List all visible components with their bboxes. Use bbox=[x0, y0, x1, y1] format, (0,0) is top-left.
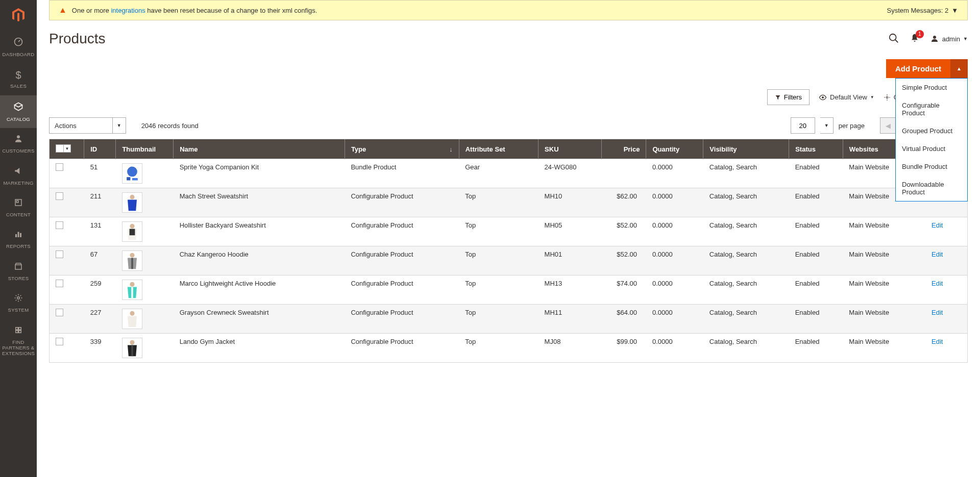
cell-visibility: Catalog, Search bbox=[703, 305, 789, 334]
edit-link[interactable]: Edit bbox=[932, 221, 943, 229]
admin-user-menu[interactable]: admin ▼ bbox=[930, 34, 968, 43]
menu-downloadable-product[interactable]: Downloadable Product bbox=[896, 175, 967, 201]
cell-name: Marco Lightweight Active Hoodie bbox=[174, 275, 345, 305]
col-type-label: Type bbox=[351, 145, 366, 153]
chevron-up-icon: ▲ bbox=[957, 66, 962, 71]
col-type[interactable]: Type↓ bbox=[345, 139, 459, 159]
col-id[interactable]: ID bbox=[84, 139, 116, 159]
megaphone-icon bbox=[14, 166, 23, 178]
table-row[interactable]: 259Marco Lightweight Active HoodieConfig… bbox=[50, 275, 967, 305]
sidebar-item-partners[interactable]: Find Partners & Extensions bbox=[0, 319, 37, 363]
eye-icon bbox=[819, 93, 827, 102]
default-view-button[interactable]: Default View ▼ bbox=[819, 93, 874, 102]
svg-point-20 bbox=[130, 195, 134, 199]
cell-id: 259 bbox=[84, 275, 116, 305]
col-vis-label: Visibility bbox=[709, 145, 737, 153]
col-attrset[interactable]: Attribute Set bbox=[459, 139, 538, 159]
menu-configurable-product[interactable]: Configurable Product bbox=[896, 96, 967, 122]
magento-logo[interactable] bbox=[0, 0, 37, 31]
cell-type: Configurable Product bbox=[345, 334, 459, 363]
cell-visibility: Catalog, Search bbox=[703, 275, 789, 305]
cell-action: Edit bbox=[925, 275, 967, 305]
cell-price: $62.00 bbox=[602, 188, 646, 217]
cell-type: Configurable Product bbox=[345, 305, 459, 334]
table-row[interactable]: 339Lando Gym JacketConfigurable ProductT… bbox=[50, 334, 967, 363]
col-price[interactable]: Price bbox=[602, 139, 646, 159]
menu-virtual-product[interactable]: Virtual Product bbox=[896, 140, 967, 158]
col-checkbox[interactable]: ▼ bbox=[50, 139, 84, 159]
sidebar-item-system[interactable]: System bbox=[0, 287, 37, 319]
sysmsg-before: One or more bbox=[72, 7, 111, 14]
bulk-actions-select[interactable]: Actions ▼ bbox=[49, 117, 126, 134]
row-checkbox[interactable] bbox=[50, 188, 84, 217]
col-sku[interactable]: SKU bbox=[538, 139, 602, 159]
sidebar-label: Marketing bbox=[3, 180, 33, 186]
sidebar-item-customers[interactable]: Customers bbox=[0, 128, 37, 160]
search-icon[interactable] bbox=[888, 33, 899, 45]
svg-rect-18 bbox=[127, 177, 130, 180]
menu-bundle-product[interactable]: Bundle Product bbox=[896, 158, 967, 175]
notifications-icon[interactable]: 1 bbox=[910, 33, 920, 45]
edit-link[interactable]: Edit bbox=[932, 250, 943, 258]
col-attrset-label: Attribute Set bbox=[465, 145, 505, 153]
col-status-label: Status bbox=[795, 145, 816, 153]
row-checkbox[interactable] bbox=[50, 334, 84, 363]
per-page-input[interactable] bbox=[791, 117, 815, 134]
cell-name: Grayson Crewneck Sweatshirt bbox=[174, 305, 345, 334]
menu-grouped-product[interactable]: Grouped Product bbox=[896, 122, 967, 140]
filters-button[interactable]: Filters bbox=[767, 89, 810, 105]
per-page-toggle[interactable]: ▼ bbox=[820, 117, 834, 134]
add-product-toggle[interactable]: ▲ bbox=[950, 59, 968, 78]
chevron-down-icon: ▼ bbox=[870, 95, 874, 99]
table-row[interactable]: 131Hollister Backyard SweatshirtConfigur… bbox=[50, 217, 967, 246]
actions-label: Actions bbox=[50, 122, 112, 130]
cell-price: $52.00 bbox=[602, 217, 646, 246]
edit-link[interactable]: Edit bbox=[932, 280, 943, 287]
sort-desc-icon: ↓ bbox=[449, 145, 453, 153]
sidebar-item-dashboard[interactable]: Dashboard bbox=[0, 31, 37, 63]
sidebar-item-catalog[interactable]: Catalog bbox=[0, 95, 37, 128]
table-row[interactable]: 51Sprite Yoga Companion KitBundle Produc… bbox=[50, 159, 967, 188]
cell-sku: MH05 bbox=[538, 217, 602, 246]
menu-simple-product[interactable]: Simple Product bbox=[896, 79, 967, 96]
cell-price: $52.00 bbox=[602, 246, 646, 275]
edit-link[interactable]: Edit bbox=[932, 338, 943, 345]
sidebar-item-sales[interactable]: $ Sales bbox=[0, 63, 37, 95]
add-product-button[interactable]: Add Product bbox=[886, 59, 950, 78]
row-checkbox[interactable] bbox=[50, 246, 84, 275]
col-quantity[interactable]: Quantity bbox=[646, 139, 703, 159]
row-checkbox[interactable] bbox=[50, 305, 84, 334]
system-messages-count[interactable]: System Messages: 2 ▼ bbox=[887, 7, 958, 14]
system-message-bar: ▲ One or more integrations have been res… bbox=[49, 0, 968, 20]
cell-id: 339 bbox=[84, 334, 116, 363]
col-status[interactable]: Status bbox=[789, 139, 843, 159]
row-checkbox[interactable] bbox=[50, 275, 84, 305]
table-row[interactable]: 227Grayson Crewneck SweatshirtConfigurab… bbox=[50, 305, 967, 334]
prev-page-button[interactable]: ◀ bbox=[880, 117, 896, 134]
row-checkbox[interactable] bbox=[50, 159, 84, 188]
cell-attrset: Top bbox=[459, 217, 538, 246]
cell-id: 67 bbox=[84, 246, 116, 275]
sidebar-item-content[interactable]: Content bbox=[0, 192, 37, 223]
cell-quantity: 0.0000 bbox=[646, 217, 703, 246]
table-row[interactable]: 211Mach Street SweatshirtConfigurable Pr… bbox=[50, 188, 967, 217]
row-checkbox[interactable] bbox=[50, 217, 84, 246]
funnel-icon bbox=[775, 94, 781, 101]
sidebar-label: Find Partners & Extensions bbox=[2, 339, 35, 357]
dollar-icon: $ bbox=[15, 69, 21, 81]
svg-rect-9 bbox=[19, 327, 21, 330]
cell-attrset: Top bbox=[459, 305, 538, 334]
col-web-label: Websites bbox=[849, 145, 878, 153]
sidebar-item-reports[interactable]: Reports bbox=[0, 223, 37, 255]
integrations-link[interactable]: integrations bbox=[111, 7, 145, 14]
sidebar-item-marketing[interactable]: Marketing bbox=[0, 160, 37, 192]
edit-link[interactable]: Edit bbox=[932, 309, 943, 316]
col-name[interactable]: Name bbox=[174, 139, 345, 159]
col-thumb-label: Thumbnail bbox=[122, 145, 156, 153]
sidebar-item-stores[interactable]: Stores bbox=[0, 256, 37, 287]
col-visibility[interactable]: Visibility bbox=[703, 139, 789, 159]
sysmsg-right-text: System Messages: 2 bbox=[887, 7, 948, 14]
cell-thumbnail bbox=[116, 246, 174, 275]
sidebar-label: System bbox=[8, 307, 29, 313]
table-row[interactable]: 67Chaz Kangeroo HoodieConfigurable Produ… bbox=[50, 246, 967, 275]
